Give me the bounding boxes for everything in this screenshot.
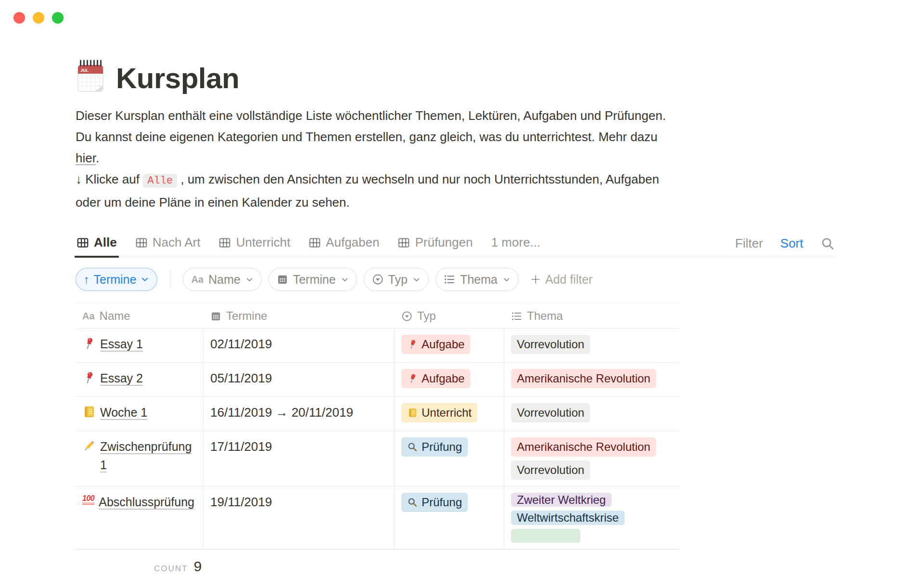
column-header-label: Termine: [226, 309, 267, 323]
course-table: AaNameTermineTypThema Essay 102/11/2019A…: [76, 303, 680, 550]
column-header-label: Typ: [417, 309, 436, 323]
table-row: Essay 102/11/2019AufgabeVorrevolution: [76, 328, 680, 363]
tab-label: Alle: [94, 235, 117, 250]
chevron-icon: [245, 276, 254, 284]
type-cell[interactable]: Aufgabe: [395, 363, 504, 396]
select-icon: [372, 274, 384, 285]
type-tag-label: Aufgabe: [422, 338, 464, 351]
page-link[interactable]: Essay 2: [100, 369, 143, 387]
column-header-termine[interactable]: Termine: [204, 309, 395, 323]
pushpin-icon: [82, 337, 96, 350]
magnifier-icon: [407, 497, 418, 508]
page-title[interactable]: Kursplan: [116, 63, 239, 93]
sort-rule-label: Termine: [94, 273, 137, 287]
view-tabs: AlleNach ArtUnterrichtAufgabenPrüfungen1…: [76, 232, 735, 257]
tab-alle[interactable]: Alle: [76, 232, 118, 257]
table-icon: [218, 236, 231, 249]
chevron-icon: [502, 276, 511, 284]
search-icon[interactable]: [821, 236, 835, 251]
zoom-window-button[interactable]: [52, 12, 64, 24]
sort-rule-pill[interactable]: ↑Termine: [76, 268, 157, 291]
plus-icon: [530, 274, 541, 285]
tab-label: Aufgaben: [326, 235, 379, 250]
column-header-label: Name: [100, 309, 130, 323]
table-header-row: AaNameTermineTypThema: [76, 303, 680, 328]
theme-cell[interactable]: Amerikanische RevolutionVorrevolution: [504, 431, 680, 486]
theme-tag: Vorrevolution: [511, 460, 590, 480]
add-filter-button[interactable]: Add filter: [530, 273, 593, 287]
count-label: COUNT: [154, 564, 188, 574]
tab-nach-art[interactable]: Nach Art: [134, 232, 202, 257]
tab-unterricht[interactable]: Unterricht: [218, 232, 291, 257]
count-row[interactable]: COUNT 9: [154, 558, 846, 575]
column-header-thema[interactable]: Thema: [504, 309, 680, 323]
name-cell[interactable]: Essay 1: [76, 328, 204, 362]
svg-text:JUL: JUL: [80, 68, 89, 73]
close-window-button[interactable]: [13, 12, 25, 24]
chevron-icon: [412, 276, 421, 284]
theme-cell[interactable]: Amerikanische Revolution: [504, 363, 680, 396]
type-tag-label: Prüfung: [422, 440, 462, 454]
type-cell[interactable]: Prüfung: [395, 431, 504, 486]
property-filter-typ[interactable]: Typ: [364, 268, 429, 291]
minimize-window-button[interactable]: [33, 12, 44, 24]
add-filter-label: Add filter: [545, 273, 593, 287]
alle-inline-code: Alle: [143, 174, 177, 188]
property-filter-name[interactable]: AaName: [183, 268, 261, 291]
select-icon: [401, 311, 412, 322]
page-link[interactable]: Abschlussprüfung: [99, 493, 194, 511]
page-link[interactable]: Essay 1: [100, 335, 143, 353]
column-header-name[interactable]: AaName: [76, 309, 204, 323]
property-filter-label: Name: [208, 273, 241, 287]
view-tab-bar: AlleNach ArtUnterrichtAufgabenPrüfungen1…: [76, 232, 835, 257]
pencil-icon: [82, 439, 96, 453]
type-cell[interactable]: Prüfung: [395, 486, 504, 549]
spiral-calendar-icon[interactable]: JUL: [76, 59, 105, 93]
date-cell[interactable]: 17/11/2019: [204, 431, 395, 486]
table-row: Zwischenprüfung 117/11/2019PrüfungAmerik…: [76, 431, 680, 486]
tab-aufgaben[interactable]: Aufgaben: [308, 232, 380, 257]
theme-cell[interactable]: Zweiter WeltkriegWeltwirtschaftskrise: [504, 486, 680, 549]
date-cell[interactable]: 19/11/2019: [204, 486, 395, 549]
theme-cell[interactable]: Vorrevolution: [504, 397, 680, 431]
theme-tag-label: Amerikanische Revolution: [517, 372, 650, 385]
list-icon: [444, 274, 455, 285]
theme-cell[interactable]: Vorrevolution: [504, 328, 680, 362]
text-icon: Aa: [191, 275, 204, 284]
table-row: Essay 205/11/2019AufgabeAmerikanische Re…: [76, 363, 680, 397]
theme-tag: Vorrevolution: [511, 335, 590, 354]
table-icon: [135, 236, 148, 249]
name-cell[interactable]: Essay 2: [76, 363, 204, 396]
property-filter-thema[interactable]: Thema: [436, 268, 519, 291]
date-cell[interactable]: 02/11/2019: [204, 328, 395, 362]
table-body: Essay 102/11/2019AufgabeVorrevolutionEss…: [76, 328, 680, 550]
name-cell[interactable]: 100Abschlussprüfung: [76, 486, 204, 549]
tabs-more-button[interactable]: 1 more...: [490, 232, 541, 257]
column-header-typ[interactable]: Typ: [395, 309, 504, 323]
date-cell[interactable]: 16/11/2019 → 20/11/2019: [204, 397, 395, 431]
property-filter-termine[interactable]: Termine: [269, 268, 357, 291]
page-link[interactable]: Woche 1: [100, 403, 147, 421]
theme-tag-label: Vorrevolution: [517, 406, 584, 420]
type-tag: Unterricht: [401, 403, 477, 422]
type-cell[interactable]: Unterricht: [395, 397, 504, 431]
type-cell[interactable]: Aufgabe: [395, 328, 504, 362]
arrow-up-icon: ↑: [83, 273, 90, 287]
description-line-3: ↓ Klicke auf Alle , um zwischen den Ansi…: [76, 169, 675, 213]
date-cell[interactable]: 05/11/2019: [204, 363, 395, 396]
page-link[interactable]: Zwischenprüfung 1: [100, 437, 196, 474]
sort-button[interactable]: Sort: [780, 236, 803, 251]
filter-button[interactable]: Filter: [735, 236, 763, 251]
divider: [170, 270, 170, 289]
pushpin-icon: [82, 371, 96, 384]
calendar-icon: [210, 311, 221, 322]
name-cell[interactable]: Woche 1: [76, 397, 204, 431]
name-cell[interactable]: Zwischenprüfung 1: [76, 431, 204, 486]
chevron-icon: [141, 275, 149, 284]
type-tag-label: Unterricht: [422, 406, 472, 420]
tab-label: Unterricht: [236, 235, 290, 250]
table-row: Woche 116/11/2019 → 20/11/2019Unterricht…: [76, 397, 680, 431]
type-tag: Aufgabe: [401, 335, 470, 354]
tab-prüfungen[interactable]: Prüfungen: [397, 232, 474, 257]
hier-link[interactable]: hier: [76, 151, 96, 165]
